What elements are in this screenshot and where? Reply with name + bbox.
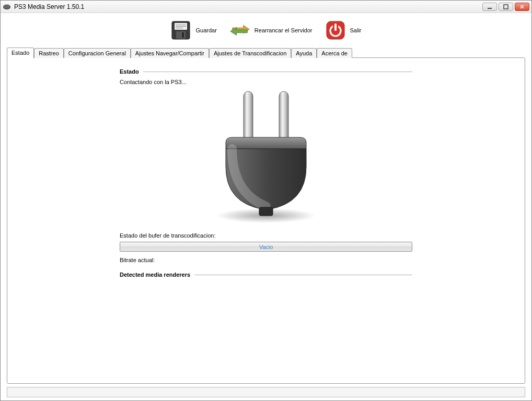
tab-general[interactable]: Configuracion General bbox=[64, 48, 131, 58]
status-bar bbox=[7, 387, 525, 397]
bitrate-label: Bitrate actual: bbox=[120, 257, 412, 263]
close-button[interactable] bbox=[515, 3, 529, 11]
minimize-button[interactable] bbox=[482, 3, 497, 11]
svg-rect-17 bbox=[334, 23, 337, 31]
svg-rect-9 bbox=[176, 28, 183, 28]
plug-image bbox=[120, 88, 412, 225]
window-title: PS3 Media Server 1.50.1 bbox=[14, 3, 482, 10]
save-button[interactable]: Guardar bbox=[165, 17, 222, 43]
save-label: Guardar bbox=[195, 27, 216, 33]
power-icon bbox=[325, 20, 346, 41]
svg-point-1 bbox=[3, 4, 10, 8]
svg-rect-20 bbox=[279, 91, 288, 144]
status-content: Estado Contactando con la PS3... bbox=[120, 68, 412, 278]
svg-rect-19 bbox=[244, 91, 253, 144]
buffer-label: Estado del bufer de transcodificacion: bbox=[120, 232, 412, 239]
svg-rect-21 bbox=[259, 207, 273, 216]
tab-navshare[interactable]: Ajustes Navegar/Compartir bbox=[131, 48, 209, 58]
window-titlebar: PS3 Media Server 1.50.1 bbox=[1, 1, 531, 13]
tab-about[interactable]: Acerca de bbox=[317, 48, 352, 58]
svg-rect-7 bbox=[176, 25, 186, 25]
svg-rect-3 bbox=[504, 5, 508, 9]
floppy-icon bbox=[170, 20, 191, 41]
tab-help[interactable]: Ayuda bbox=[291, 48, 317, 58]
status-group-title: Estado bbox=[120, 68, 139, 75]
detected-renderers-title: Detected media renderers bbox=[120, 272, 190, 278]
tab-row: Estado Rastreo Configuracion General Aju… bbox=[7, 47, 525, 58]
divider bbox=[143, 72, 412, 72]
maximize-button[interactable] bbox=[499, 3, 513, 11]
status-group-header: Estado bbox=[120, 68, 412, 75]
quit-label: Salir bbox=[350, 27, 362, 33]
restart-button[interactable]: Rearrancar el Servidor bbox=[224, 17, 318, 43]
svg-rect-8 bbox=[176, 26, 186, 27]
detected-renderers-header: Detected media renderers bbox=[120, 272, 412, 278]
tab-status[interactable]: Estado bbox=[7, 48, 34, 58]
tab-trace[interactable]: Rastreo bbox=[34, 48, 64, 58]
svg-rect-10 bbox=[176, 31, 186, 39]
restart-icon bbox=[229, 20, 250, 41]
app-icon bbox=[3, 3, 11, 11]
svg-rect-2 bbox=[488, 8, 492, 9]
buffer-value: Vacio bbox=[259, 244, 273, 250]
restart-label: Rearrancar el Servidor bbox=[255, 27, 313, 33]
tab-body-status: Estado Contactando con la PS3... bbox=[7, 57, 525, 384]
status-connecting-text: Contactando con la PS3... bbox=[120, 79, 412, 85]
quit-button[interactable]: Salir bbox=[319, 17, 367, 43]
tab-transcode[interactable]: Ajustes de Transcodificacion bbox=[209, 48, 291, 58]
svg-rect-11 bbox=[182, 32, 184, 38]
toolbar: Guardar Rearrancar el Servidor bbox=[1, 13, 531, 46]
buffer-progress: Vacio bbox=[120, 242, 412, 252]
app-root: Guardar Rearrancar el Servidor bbox=[1, 13, 531, 400]
divider bbox=[194, 275, 412, 275]
tab-panel: Estado Rastreo Configuracion General Aju… bbox=[7, 46, 525, 384]
window-controls bbox=[482, 3, 529, 11]
